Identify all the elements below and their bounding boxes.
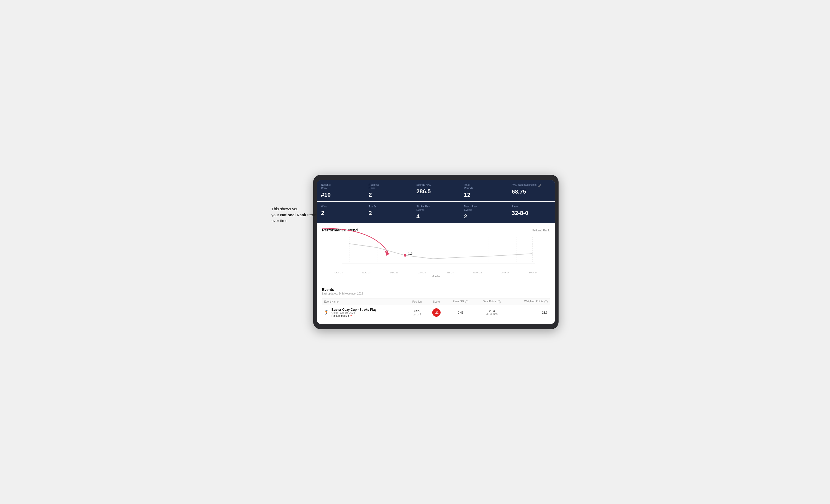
event-sg-info-icon: i <box>465 300 468 303</box>
th-total-points: Total Points i <box>475 298 508 305</box>
stat-wins-label: Wins <box>321 205 360 208</box>
event-score-cell: -22 <box>427 305 446 320</box>
stat-scoring-avg-value: 286.5 <box>416 188 455 195</box>
stat-avg-weighted-points: Avg. Weighted Points i 68.75 <box>507 180 555 201</box>
stat-wins-value: 2 <box>321 210 360 216</box>
chart-x-axis: OCT 23 NOV 23 DEC 23 JAN 24 FEB 24 MAR 2… <box>322 270 550 274</box>
stat-top3s: Top 3s 2 <box>364 202 412 223</box>
annotation-line2: your <box>272 212 280 217</box>
stat-scoring-avg: Scoring Avg. 286.5 <box>412 180 459 201</box>
performance-title: Performance Trend <box>322 228 358 232</box>
x-label-dec23: DEC 23 <box>380 271 408 274</box>
table-row: 🏌️ Buster Cozy Cup - Stroke Play Oct 9 -… <box>322 305 550 320</box>
event-golf-icon: 🏌️ <box>324 310 329 315</box>
x-label-jan24: JAN 24 <box>408 271 436 274</box>
event-name-text: Buster Cozy Cup - Stroke Play <box>331 308 377 311</box>
th-event-name: Event Name <box>322 298 407 305</box>
stat-top3s-label: Top 3s <box>369 205 408 208</box>
th-position: Position <box>407 298 427 305</box>
th-weighted-points: Weighted Points i <box>508 298 550 305</box>
stat-regional-rank: RegionalRank 2 <box>364 180 412 201</box>
stat-avg-weighted-points-value: 68.75 <box>512 188 551 195</box>
performance-chart: #10 <box>322 236 550 270</box>
stat-record-value: 32-8-0 <box>512 210 551 216</box>
event-weighted-points-cell: 28.3 <box>508 305 550 320</box>
svg-point-10 <box>404 254 406 257</box>
stat-top3s-value: 2 <box>369 210 408 216</box>
performance-header: Performance Trend National Rank <box>322 228 550 232</box>
x-label-may24: MAY 24 <box>519 271 547 274</box>
event-date: Oct 9 - Oct 10, 2023 <box>331 311 377 314</box>
event-name-details: Buster Cozy Cup - Stroke Play Oct 9 - Oc… <box>331 308 377 317</box>
stat-national-rank-label: NationalRank <box>321 183 360 190</box>
events-title: Events <box>322 288 550 292</box>
svg-text:#10: #10 <box>408 252 412 255</box>
performance-section: Performance Trend National Rank <box>317 223 555 283</box>
stat-record-label: Record <box>512 205 551 208</box>
stat-record: Record 32-8-0 <box>507 202 555 223</box>
stat-total-rounds-label: TotalRounds <box>464 183 503 190</box>
tablet-screen: NationalRank #10 RegionalRank 2 Scoring … <box>317 180 555 324</box>
stat-total-rounds: TotalRounds 12 <box>460 180 507 201</box>
annotation: This shows you your National Rank trend … <box>272 206 324 224</box>
event-name-cell: 🏌️ Buster Cozy Cup - Stroke Play Oct 9 -… <box>322 305 407 320</box>
stat-regional-rank-value: 2 <box>369 192 408 198</box>
tablet-frame: NationalRank #10 RegionalRank 2 Scoring … <box>313 175 558 329</box>
rank-impact-arrow: ▼ <box>350 314 352 317</box>
rank-impact: Rank Impact: 3 ▼ <box>331 314 377 317</box>
x-label-nov23: NOV 23 <box>353 271 381 274</box>
stat-scoring-avg-label: Scoring Avg. <box>416 183 455 187</box>
events-last-updated: Last updated: 24th November 2023 <box>322 292 550 295</box>
stats-row-1: NationalRank #10 RegionalRank 2 Scoring … <box>317 180 555 201</box>
chart-x-title: Months <box>322 275 550 278</box>
weighted-points-info-icon: i <box>544 300 548 303</box>
x-label-oct23: OCT 23 <box>325 271 353 274</box>
annotation-line1: This shows you <box>272 207 298 211</box>
stat-wins: Wins 2 <box>317 202 364 223</box>
stat-avg-weighted-points-label: Avg. Weighted Points i <box>512 183 551 187</box>
stat-stroke-play-events: Stroke PlayEvents 4 <box>412 202 459 223</box>
total-points-info-icon: i <box>498 300 501 303</box>
event-position-value: 6th <box>409 309 425 313</box>
avg-weighted-info-icon: i <box>538 183 541 187</box>
stat-total-rounds-value: 12 <box>464 192 503 198</box>
event-weighted-points-value: 28.3 <box>542 311 548 314</box>
th-event-sg: Event SG i <box>446 298 475 305</box>
stat-match-play-events-value: 2 <box>464 213 503 220</box>
event-total-points-value: 28.3 <box>477 309 506 312</box>
stat-match-play-events-label: Match PlayEvents <box>464 205 503 211</box>
events-table: Event Name Position Score Event SG i <box>322 298 550 320</box>
event-total-points-sub: 3 Rounds <box>477 312 506 315</box>
th-score: Score <box>427 298 446 305</box>
event-position-sub: out of 7 <box>409 313 425 316</box>
event-sg-value: 0.45 <box>458 311 463 314</box>
stat-national-rank-value: #10 <box>321 192 360 198</box>
x-label-mar24: MAR 24 <box>464 271 492 274</box>
scene: This shows you your National Rank trend … <box>272 175 558 329</box>
stat-stroke-play-events-value: 4 <box>416 213 455 220</box>
performance-label: National Rank <box>532 229 550 232</box>
annotation-bold: National Rank <box>280 212 306 217</box>
event-position-cell: 6th out of 7 <box>407 305 427 320</box>
x-label-apr24: APR 24 <box>491 271 519 274</box>
stat-match-play-events: Match PlayEvents 2 <box>460 202 507 223</box>
stats-row-2: Wins 2 Top 3s 2 Stroke PlayEvents 4 Matc… <box>317 202 555 223</box>
stat-regional-rank-label: RegionalRank <box>369 183 408 190</box>
event-sg-cell: 0.45 <box>446 305 475 320</box>
event-total-points-cell: 28.3 3 Rounds <box>475 305 508 320</box>
event-score-badge: -22 <box>432 308 441 317</box>
table-header-row: Event Name Position Score Event SG i <box>322 298 550 305</box>
rank-impact-text: Rank Impact: 3 <box>331 314 349 317</box>
chart-svg: #10 <box>322 236 550 270</box>
stat-stroke-play-events-label: Stroke PlayEvents <box>416 205 455 211</box>
stat-national-rank: NationalRank #10 <box>317 180 364 201</box>
events-section: Events Last updated: 24th November 2023 … <box>317 283 555 324</box>
x-label-feb24: FEB 24 <box>436 271 464 274</box>
